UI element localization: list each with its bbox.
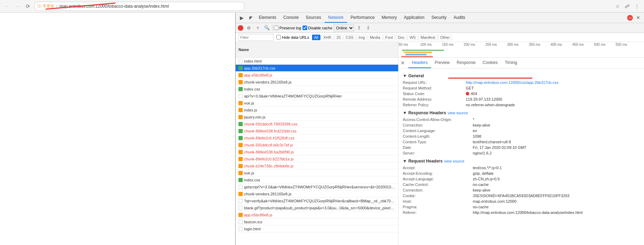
details-close-button[interactable]: ✕ (399, 60, 407, 66)
filter-other-btn[interactable]: Other (438, 35, 452, 40)
inspect-icon-button[interactable]: ▶ (237, 13, 246, 22)
file-item-vue-js-2[interactable]: vue.js (236, 170, 398, 176)
import-button[interactable]: ⇧ (355, 24, 363, 32)
filter-js-btn[interactable]: JS (334, 35, 343, 40)
filter-media-btn[interactable]: Media (368, 35, 382, 40)
file-name-app-js-1: app.e5bc86e8.js (244, 73, 395, 77)
req-pragma-row: Pragma: no-cache (403, 204, 640, 210)
file-item-chunk-vendors-2[interactable]: chunk-vendors.281165e8.js (236, 190, 398, 197)
file-item-chunk-89e-js[interactable]: chunk-89efe2c0.8227bb1e.js (236, 156, 398, 163)
details-tab-response[interactable]: Response (453, 58, 479, 68)
file-item-app-js-1[interactable]: app.e5bc86e8.js (236, 72, 398, 79)
request-method-value: GET (466, 86, 474, 90)
filter-input[interactable] (238, 34, 273, 41)
request-view-source-link[interactable]: view source (444, 159, 464, 163)
hide-data-urls-checkbox[interactable] (276, 35, 281, 39)
filter-css-btn[interactable]: CSS (344, 35, 356, 40)
tab-elements[interactable]: Elements (255, 13, 280, 23)
name-header-label: Name (238, 48, 249, 52)
remote-address-row: Remote Address: 119.29.97.133:12000 (403, 96, 640, 102)
file-item-jquery[interactable]: jquery.min.js (236, 114, 398, 121)
file-item-index-html[interactable]: index.html (236, 58, 398, 65)
file-item-chunk-591-js[interactable]: chunk-591ddcc8.b0c3c7ef.js (236, 142, 398, 149)
tab-console[interactable]: Console (280, 13, 302, 23)
tab-memory[interactable]: Memory (378, 13, 400, 23)
device-icon-button[interactable]: ◤ (246, 13, 255, 22)
preserve-log-checkbox[interactable] (274, 26, 278, 30)
throttle-select[interactable]: Online (334, 24, 354, 31)
file-item-chunk-b24-js[interactable]: chunk-b24e736c.cf64eb0e.js (236, 163, 398, 170)
content-type-row: Content-Type: text/html;charset=utf-8 (403, 139, 640, 145)
url-text: map.entrobus.com:12000/tobacco-data-anal… (60, 4, 241, 9)
close-devtools-button[interactable]: ✕ (633, 13, 643, 22)
details-tab-cookies[interactable]: Cookies (479, 58, 501, 68)
main-content-area: index.html app.2bb317cb.css app.e5bc86e8… (236, 58, 644, 245)
file-item-index-js[interactable]: index.js (236, 107, 398, 114)
filter-img-btn[interactable]: Img (356, 35, 367, 40)
address-bar[interactable]: ⓘ 不安全 | map.entrobus.com:12000/tobacco-d… (34, 2, 244, 11)
tab-performance[interactable]: Performance (347, 13, 378, 23)
disable-cache-checkbox[interactable] (303, 26, 307, 30)
details-tab-preview[interactable]: Preview (431, 58, 453, 68)
search-button[interactable]: 🔍 (263, 24, 271, 32)
file-name-api: api?v=3.0&ak=VifdHexZT4WOMrFYCQUZGorpRNj… (244, 94, 395, 98)
file-item-index-css-2[interactable]: index.css (236, 176, 398, 183)
content-language-row: Content-Language: en (403, 128, 640, 134)
clear-button[interactable]: ⊘ (245, 24, 252, 32)
export-button[interactable]: ⇩ (365, 24, 372, 32)
file-item-api[interactable]: api?v=3.0&ak=VifdHexZT4WOMrFYCQUZGorpRNj… (236, 93, 398, 100)
file-item-chunk-vendors-1[interactable]: chunk-vendors.281165e8.js (236, 79, 398, 86)
filter-font-btn[interactable]: Font (383, 35, 395, 40)
details-tab-headers[interactable]: Headers (408, 58, 431, 68)
file-item-blank-gif[interactable]: blank.gif?product=jsapi&sub_product=jsap… (236, 204, 398, 211)
details-content: ▼ General Request URL: http://map.entrob… (399, 69, 644, 218)
tab-network[interactable]: Network (325, 13, 347, 23)
extensions-button[interactable]: ☍ (623, 2, 631, 10)
file-item-chunk-89e-css[interactable]: chunk-89efe2c0.41f526df.css (236, 135, 398, 142)
tab-sources[interactable]: Sources (302, 13, 325, 23)
filter-doc-btn[interactable]: Doc (396, 35, 407, 40)
timeline-ruler-content: 50 ms 100 ms 150 ms 200 ms 250 ms 300 ms… (399, 42, 644, 57)
filter-icon-button[interactable]: ▿ (254, 24, 262, 32)
filter-manifest-btn[interactable]: Manifest (418, 35, 437, 40)
file-item-chunk-591-css[interactable]: chunk-591ddcc8.79933399.css (236, 121, 398, 128)
refresh-button[interactable]: ⟳ (24, 2, 32, 10)
file-item-index-css[interactable]: index.css (236, 86, 398, 93)
disable-cache-label[interactable]: Disable cache (303, 26, 332, 30)
referrer-policy-label: Referrer Policy: (403, 103, 466, 107)
file-item-verify[interactable]: ?qt=verify&ak=VifdHexZT4WOMrFYCQUZGorpRN… (236, 197, 398, 204)
file-item-getscript[interactable]: getscript?v=3.0&ak=VifdHexZT4WOMrFYCQUZG… (236, 183, 398, 190)
file-item-vue-js-1[interactable]: vue.js (236, 100, 398, 107)
tab-application[interactable]: Application (400, 13, 428, 23)
tab-audits[interactable]: Audits (450, 13, 469, 23)
filter-ws-btn[interactable]: WS (407, 35, 418, 40)
forward-button[interactable]: → (13, 2, 22, 10)
filter-xhr-btn[interactable]: XHR (321, 35, 333, 40)
details-tab-bar: ✕ Headers Preview Response Cookies Timin… (399, 58, 644, 69)
file-item-chunk-868-js[interactable]: chunk-868ee538.ba2b6f90.js (236, 149, 398, 156)
details-tab-timing[interactable]: Timing (501, 58, 521, 68)
file-item-favicon[interactable]: favicon.ico (236, 218, 398, 225)
req-accept-language-row: Accept-Language: zh-CN,zh;q=0.9 (403, 176, 640, 182)
remote-address-value: 119.29.97.133:12000 (466, 97, 502, 101)
tab-security[interactable]: Security (428, 13, 450, 23)
file-item-app-js-2[interactable]: app.e5bc86e8.js (236, 211, 398, 218)
record-button[interactable] (238, 25, 243, 31)
file-item-chunk-868-css[interactable]: chunk-868ee538.fcd210dd.css (236, 128, 398, 135)
file-name-index-js: index.js (244, 108, 395, 112)
file-item-app-css[interactable]: app.2bb317cb.css (236, 65, 398, 72)
filter-all-btn[interactable]: All (312, 35, 320, 40)
file-item-login-html[interactable]: login.html (236, 225, 398, 232)
preserve-log-label[interactable]: Preserve log (274, 26, 301, 30)
file-name-chunk-vendors-2: chunk-vendors.281165e8.js (244, 192, 395, 196)
file-name-jquery: jquery.min.js (244, 115, 395, 119)
request-headers-section-header: ▼ Request Headers view source (403, 159, 640, 164)
menu-button[interactable]: ⋮ (633, 2, 641, 10)
hide-data-urls-label[interactable]: Hide data URLs (276, 35, 309, 39)
browser-action-area: ☆ ☍ ⋮ (613, 2, 641, 10)
file-name-chunk-vendors-1: chunk-vendors.281165e8.js (244, 80, 395, 84)
file-name-vue-js-2: vue.js (244, 171, 395, 175)
bookmark-button[interactable]: ☆ (613, 2, 622, 10)
back-button[interactable]: ← (3, 2, 11, 10)
response-view-source-link[interactable]: view source (448, 111, 468, 115)
